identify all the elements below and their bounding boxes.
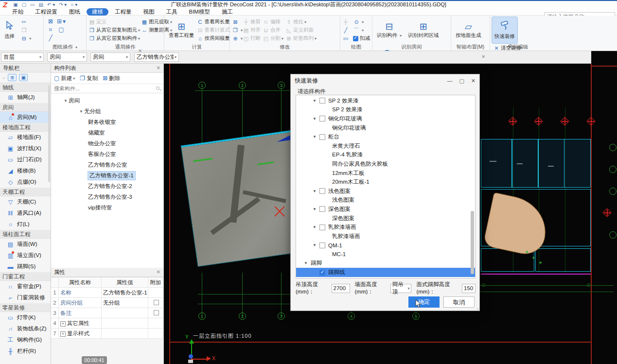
table-icon[interactable]: ⊞▾ [56,18,66,26]
unchecked-checkbox[interactable] [319,188,325,194]
stretch-icon[interactable]: ⌗ [46,26,55,35]
collapse-icon[interactable]: ⌐ [3,75,5,80]
point-icon[interactable]: ┼ [342,18,353,26]
ceiling-height-input[interactable] [332,284,350,293]
component-search-input[interactable] [51,84,163,93]
sidebar-item-stairs[interactable]: ◢楼梯(B) [0,165,51,176]
attach-checkbox[interactable] [154,310,159,315]
batch-select-icon[interactable]: ⊟▾ [20,35,31,42]
select-button[interactable]: 选择 [2,17,17,43]
define-button[interactable]: ▤定义 [88,18,140,26]
room-select[interactable]: 乙方销售办公室-▾ [134,52,179,62]
tree-item-selected[interactable]: 踢脚线 [296,268,475,277]
tab-start[interactable]: 开始 [7,8,29,16]
sidebar-item-opening-decor[interactable]: ⌐门窗洞装修 [0,292,51,303]
generate-by-floor-button[interactable]: ▱ 按地面生成 [453,17,484,43]
undo-icon[interactable]: ↶ ▾ [47,1,55,8]
close-icon[interactable]: ✕ [157,269,160,275]
sidebar-item-door-stone[interactable]: ▭过门石(D) [0,154,51,165]
tab-project-settings[interactable]: 工程设置 [30,8,63,16]
sidebar-item-light-strip[interactable]: ▭灯带(K) [0,312,51,323]
skirting-height-input[interactable] [462,284,476,293]
sidebar-item-skirting[interactable]: ▬踢脚(S) [0,261,51,272]
tree-child[interactable]: EP-4 乳胶漆 [296,151,475,160]
tab-modeling[interactable]: 建模 [87,8,108,16]
room-check-button[interactable]: ⌂按房间核量 [197,35,230,42]
tree-group[interactable]: ▼踢脚 [296,259,475,268]
tab-drawings[interactable]: 图纸 [64,8,86,16]
tree-item[interactable]: ▼钢化印花玻璃 [296,114,475,123]
tree-item[interactable]: ▼深色图案 [296,205,475,214]
sidebar-item-ceiling[interactable]: ▽天棚(C) [0,196,51,208]
sidebar-item-steel[interactable]: 工钢构件(G) [0,334,51,346]
slope-button[interactable]: ◺定义斜面 [285,26,317,34]
floor-select[interactable]: 首层▾ [1,52,44,62]
close-icon[interactable]: ✕ [138,48,142,53]
tree-child[interactable]: 乳胶漆墙画 [296,232,475,241]
split-button[interactable]: ◰分割▾ [263,35,283,42]
tree-child[interactable]: MC-1 [296,250,475,259]
ok-button[interactable]: 确定 [408,296,440,308]
save-icon[interactable]: ▤ [39,1,43,8]
sync-icon[interactable]: ○ ▾ [71,1,77,8]
close-icon[interactable]: ✕ [481,54,485,59]
unchecked-checkbox[interactable] [319,206,325,212]
tree-child[interactable]: 浅色图案 [296,196,475,205]
trash-icon[interactable]: ⊠ [46,18,55,26]
line-icon[interactable]: ╱ [342,26,353,34]
delete-icon[interactable]: ⊠ [232,18,243,26]
tree-child[interactable]: 同办公家具色防火胶板 [296,159,475,169]
sidebar-item-room[interactable]: ⌂房间(M) [0,112,51,123]
copy-icon[interactable]: ❐▾ [232,26,243,34]
sidebar-item-railing[interactable]: ╫栏杆(R) [0,346,51,357]
sidebar-item-axis-grid[interactable]: ⊞轴网(J) [0,92,51,103]
sidebar-item-light[interactable]: ○灯(L) [0,219,51,230]
line-tool-icon[interactable]: ╱ [46,35,55,43]
list-item[interactable]: 物业办公室 [51,138,163,149]
align-button[interactable]: ▤对齐 [243,26,261,34]
tree-node-root[interactable]: ▼房间 [51,95,163,106]
unchecked-checkbox[interactable] [319,134,325,140]
sidebar-item-floor[interactable]: ▱楼地面(F) [0,132,51,143]
minimize-icon[interactable]: — [447,78,452,84]
list-item[interactable]: 乙方销售办公室 [51,159,163,170]
new-component-button[interactable]: ▢新建▾ [54,75,75,82]
maximize-icon[interactable]: ▢ [459,78,464,84]
type-select[interactable]: 房间▾ [90,52,130,62]
cancel-button[interactable]: 取消 [443,296,475,308]
copy-from-layer-elements-button[interactable]: ❐从其它层复制图元▾ [88,26,140,34]
identify-region-button[interactable]: ⊞ 识别封闭区域 [405,17,441,43]
sidebar-item-vent[interactable]: ‖‖通风口(A) [0,208,51,219]
list-item[interactable]: 乙方销售办公室-3 [51,191,163,202]
list-item[interactable]: 财务收银室 [51,117,163,127]
nav-scrollbar[interactable] [48,85,50,182]
panel-view-icon[interactable]: ▣ [19,74,28,81]
resize-grip[interactable]: ⌟ [476,305,478,310]
expand-icon[interactable]: + [60,321,66,327]
save-as-icon[interactable]: ▣ [13,1,18,8]
list-item[interactable]: 乙方销售办公室-2 [51,181,163,191]
rect-icon[interactable]: ▭ [342,35,353,42]
sidebar-item-trim-line[interactable]: ⑁装饰线条(Z) [0,323,51,334]
unchecked-checkbox[interactable] [319,243,325,248]
tree-child[interactable]: 12mm木工板 [296,169,475,178]
identify-component-button[interactable]: ⊟ 识别构件 ▾ [374,17,404,43]
table-row[interactable]: 1名称乙方销售办公室-1 [51,288,163,298]
list-view-icon[interactable]: ≣ [8,74,17,81]
list-item[interactable]: 储藏室 [51,127,163,138]
tab-quantities[interactable]: 工程量 [109,8,137,16]
tree-item[interactable]: ▼浅色图案 [296,187,475,196]
tree-child[interactable]: 20mm木工板-1 [296,177,475,187]
circle-icon[interactable]: ⊙▾ [353,18,370,26]
tree-item[interactable]: ▼QM-1 [296,241,475,250]
sidebar-item-wall-elevation[interactable]: ▥墙立面(V) [0,250,51,261]
dialog-titlebar[interactable]: 快速装修 — ▢ ✕ [291,74,479,87]
offset-button[interactable]: ⊂偏移 [263,18,283,26]
unchecked-checkbox[interactable] [319,116,325,121]
tree-item[interactable]: ▼柜台 [296,132,475,141]
expand-icon[interactable]: + [60,331,66,337]
tree-node-group[interactable]: ▼无分组 [51,106,163,117]
close-icon[interactable]: ✕ [157,65,160,70]
quick-decorate-button[interactable]: 快速装修 [492,17,517,43]
table-row[interactable]: 3备注 [51,308,163,318]
